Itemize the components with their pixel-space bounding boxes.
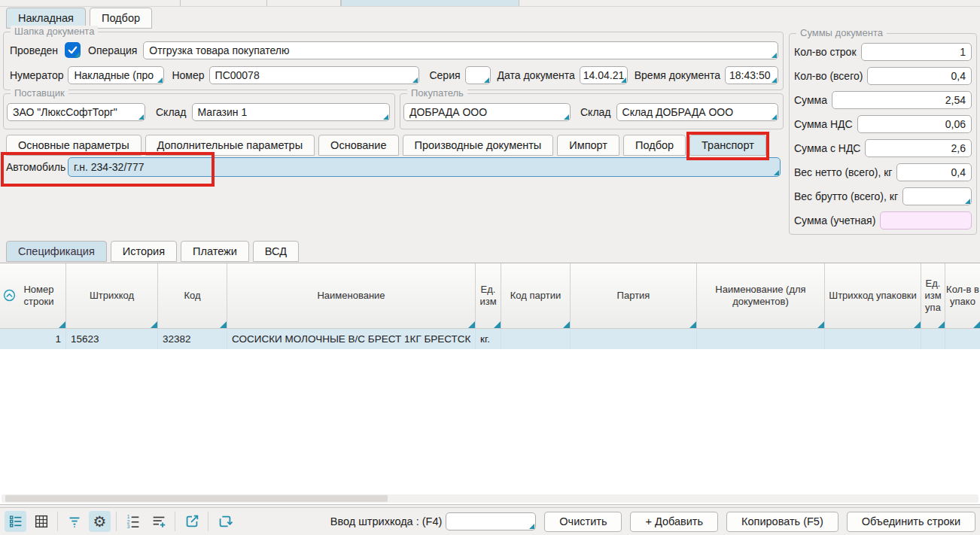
bottom-toolbar: ⚙ 1 2 3	[0, 507, 980, 535]
buyer-input[interactable]: ДОБРАДА ООО	[403, 103, 571, 121]
gross-weight-field[interactable]	[902, 187, 972, 205]
number-label: Номер	[172, 69, 204, 81]
toolbar-separator	[208, 512, 208, 531]
proveden-checkbox[interactable]	[65, 42, 81, 58]
supplier-group-legend: Поставщик	[11, 87, 68, 99]
number-input[interactable]: ПС00078	[209, 66, 420, 84]
cell-batch	[571, 329, 697, 349]
refresh-icon	[217, 513, 233, 530]
col-doc-name[interactable]: Наименование (для документов)	[697, 263, 825, 328]
gear-icon: ⚙	[93, 514, 107, 529]
numbered-list-icon-button[interactable]: 1 2 3	[122, 511, 144, 532]
grid-view-icon-button[interactable]	[30, 511, 52, 532]
settings-icon-button[interactable]: ⚙	[89, 511, 111, 532]
col-pack-barcode[interactable]: Штрихкод упаковки	[825, 263, 921, 328]
col-name[interactable]: Наименование	[227, 263, 476, 328]
buyer-sklad-input[interactable]: Склад ДОБРАДА ООО	[616, 103, 778, 121]
toolbar-separator	[116, 512, 117, 531]
col-barcode[interactable]: Штрихкод	[66, 263, 158, 328]
parameter-tabs: Основные параметры Дополнительные параме…	[6, 135, 766, 156]
supplier-sklad-input[interactable]: Магазин 1	[192, 103, 390, 121]
net-weight-field[interactable]: 0,4	[896, 163, 972, 181]
parent-tab-active-partial	[341, 0, 519, 6]
accounting-sum-field[interactable]	[880, 211, 972, 230]
cell-batch-code	[501, 329, 571, 349]
qty-total-field[interactable]: 0,4	[867, 67, 972, 85]
series-input[interactable]	[465, 66, 491, 84]
sum-with-vat-label: Сумма с НДС	[794, 142, 860, 154]
add-row-icon-button[interactable]	[148, 511, 169, 532]
grid-view-icon	[33, 513, 50, 530]
toolbar-separator	[175, 512, 175, 531]
merge-rows-button[interactable]: Объединить строки	[847, 512, 975, 532]
refresh-icon-button[interactable]	[214, 511, 236, 532]
horizontal-scrollbar[interactable]	[2, 494, 978, 503]
qty-total-label: Кол-во (всего)	[794, 70, 863, 82]
parent-tab-strip	[0, 0, 980, 7]
tab-vsd[interactable]: ВСД	[253, 241, 299, 262]
list-view-icon-button[interactable]	[5, 511, 26, 532]
clear-button[interactable]: Очистить	[544, 512, 622, 532]
sum-field[interactable]: 2,54	[832, 91, 972, 109]
col-batch[interactable]: Партия	[571, 263, 697, 328]
doc-time-input[interactable]: 18:43:50	[725, 66, 778, 84]
parent-tab-partial	[0, 0, 181, 6]
copy-button[interactable]: Копировать (F5)	[726, 512, 838, 532]
tab-osnovanie[interactable]: Основание	[318, 135, 398, 156]
header-group: Шапка документа Проведен Операция Отгруз…	[3, 32, 784, 90]
operation-input[interactable]: Отгрузка товара покупателю	[143, 41, 778, 59]
tab-podbor-params[interactable]: Подбор	[623, 135, 686, 156]
buyer-group-legend: Покупатель	[407, 87, 467, 99]
supplier-input[interactable]: ЗАО "ЛюксСофтТорг"	[7, 103, 145, 121]
table-row[interactable]: 1 15623 32382 СОСИСКИ МОЛОЧНЫЕ В/С БРЕСТ…	[0, 329, 980, 349]
tab-istoriya[interactable]: История	[111, 241, 177, 262]
tab-osnovnye-parametry[interactable]: Основные параметры	[6, 135, 142, 156]
open-external-icon-button[interactable]	[181, 511, 202, 532]
col-unit[interactable]: Ед. изм	[476, 263, 501, 328]
col-row-number[interactable]: Номер строки	[0, 263, 66, 328]
open-external-icon	[184, 513, 200, 530]
doc-date-input[interactable]: 14.04.21	[580, 66, 628, 84]
cell-row-number: 1	[0, 329, 66, 349]
supplier-group: Поставщик ЗАО "ЛюксСофтТорг" Склад Магаз…	[3, 93, 395, 129]
col-code[interactable]: Код	[158, 263, 227, 328]
horizontal-scrollbar-thumb[interactable]	[5, 495, 388, 502]
table-header: Номер строки Штрихкод Код Наименование Е…	[0, 263, 980, 329]
tab-transport[interactable]: Транспорт	[689, 135, 766, 156]
tab-podbor[interactable]: Подбор	[90, 8, 152, 29]
lines-count-field[interactable]: 1	[861, 43, 972, 61]
lines-count-label: Кол-во строк	[794, 46, 857, 58]
col-batch-code[interactable]: Код партии	[501, 263, 571, 328]
doc-time-label: Время документа	[635, 69, 720, 81]
tab-dopolnitelnye-parametry[interactable]: Дополнительные параметры	[145, 135, 315, 156]
add-row-icon	[151, 513, 167, 530]
sum-label: Сумма	[794, 94, 827, 106]
buyer-sklad-label: Склад	[580, 106, 611, 118]
barcode-input[interactable]	[446, 512, 536, 530]
numerator-input[interactable]: Накладные (про	[68, 66, 164, 84]
col-pack-unit[interactable]: Ед. изм упа	[921, 263, 945, 328]
list-view-icon	[8, 513, 24, 530]
supplier-sklad-label: Склад	[156, 106, 187, 118]
cell-code: 32382	[158, 329, 227, 349]
series-label: Серия	[429, 69, 460, 81]
accounting-sum-label: Сумма (учетная)	[794, 214, 875, 226]
col-pack-qty[interactable]: Кол-в в упако	[945, 263, 980, 328]
add-button[interactable]: + Добавить	[630, 512, 718, 532]
doc-date-label: Дата документа	[498, 69, 575, 81]
proveden-label: Проведен	[10, 44, 58, 56]
filter-icon	[66, 513, 83, 530]
sum-vat-field[interactable]: 0,06	[857, 115, 972, 133]
filter-icon-button[interactable]	[63, 511, 85, 532]
specification-tabs: Спецификация История Платежи ВСД	[6, 241, 299, 262]
tab-platezhi[interactable]: Платежи	[181, 241, 249, 262]
tab-proizvodnye-dokumenty[interactable]: Производные документы	[403, 135, 554, 156]
tab-import[interactable]: Импорт	[557, 135, 619, 156]
sort-ascending-icon[interactable]	[3, 289, 16, 305]
car-input[interactable]: г.н. 234-32/777	[68, 157, 781, 177]
operation-label: Операция	[88, 44, 137, 56]
numbered-list-icon: 1 2 3	[125, 513, 142, 530]
tab-specifikaciya[interactable]: Спецификация	[6, 241, 107, 262]
sum-with-vat-field[interactable]: 2,6	[865, 139, 972, 157]
cell-barcode: 15623	[66, 329, 158, 349]
